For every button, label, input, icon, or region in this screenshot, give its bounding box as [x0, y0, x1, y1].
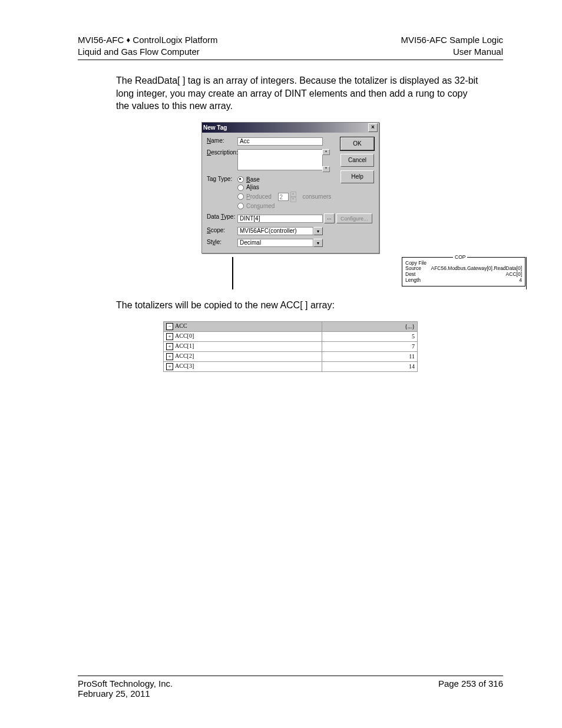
expand-icon[interactable]: +: [166, 333, 173, 340]
hdr-left-platform: ControlLogix Platform: [130, 35, 217, 45]
paragraph-2: The totalizers will be copied to the new…: [116, 299, 481, 312]
scroll-up-icon[interactable]: ▲: [322, 149, 330, 155]
page-footer: ProSoft Technology, Inc. February 25, 20…: [78, 676, 503, 699]
hdr-right-kind: User Manual: [401, 46, 503, 58]
label-name: ame:: [211, 137, 224, 144]
datatype-input[interactable]: DINT[4]: [237, 215, 323, 223]
expand-icon[interactable]: +: [166, 343, 173, 350]
tag-value: 7: [322, 341, 418, 351]
tag-value: 5: [322, 331, 418, 341]
collapse-icon[interactable]: −: [166, 323, 173, 330]
tag-name: ACC[2]: [175, 353, 194, 359]
acc-array-table: −ACC {...} +ACC[0]5 +ACC[1]7 +ACC[2]11 +…: [163, 321, 418, 372]
footer-date: February 25, 2011: [78, 689, 173, 699]
cop-length-value: 4: [519, 278, 522, 284]
footer-rule: [78, 676, 503, 676]
hdr-left-subtitle: Liquid and Gas Flow Computer: [78, 46, 218, 58]
radio-alias[interactable]: [237, 185, 244, 191]
spin-down-icon[interactable]: ▼: [290, 197, 296, 202]
dialog-title: New Tag: [203, 124, 227, 131]
paragraph-1: The ReadData[ ] tag is an array of integ…: [116, 74, 481, 113]
tag-root: ACC: [175, 322, 187, 329]
cop-length-label: Length: [405, 278, 421, 284]
tag-name: ACC[3]: [175, 363, 194, 369]
cop-legend: COP: [453, 254, 467, 260]
tag-root-value: {...}: [322, 321, 418, 331]
expand-icon[interactable]: +: [166, 353, 173, 360]
chevron-down-icon[interactable]: ▼: [313, 227, 323, 235]
radio-consumed[interactable]: [237, 203, 244, 209]
browse-type-button[interactable]: ...: [324, 213, 335, 223]
description-input[interactable]: [237, 149, 323, 170]
header-rule: [78, 60, 503, 60]
hdr-left-product: MVI56-AFC: [78, 35, 127, 45]
consumers-count[interactable]: 2: [278, 193, 289, 201]
dialog-titlebar: New Tag ×: [202, 123, 379, 133]
expand-icon[interactable]: +: [166, 363, 173, 370]
tag-name: ACC[1]: [175, 342, 194, 349]
tag-value: 11: [322, 351, 418, 361]
footer-company: ProSoft Technology, Inc.: [78, 678, 173, 689]
tag-value: 14: [322, 361, 418, 371]
tag-name: ACC[0]: [175, 332, 194, 339]
chevron-down-icon[interactable]: ▼: [313, 239, 323, 247]
help-button[interactable]: Help: [340, 170, 374, 183]
page-header: MVI56-AFC ♦ ControlLogix Platform Liquid…: [78, 34, 503, 57]
ok-button[interactable]: OK: [340, 137, 374, 150]
name-input[interactable]: Acc: [237, 137, 323, 146]
configure-button[interactable]: Configure...: [336, 213, 372, 223]
style-select[interactable]: Decimal: [237, 239, 313, 247]
consumers-suffix: consumers: [302, 193, 331, 201]
close-icon[interactable]: ×: [368, 123, 378, 132]
radio-produced[interactable]: [237, 193, 244, 200]
new-tag-dialog: New Tag × OK Cancel Help Name: Acc Descr…: [201, 122, 379, 254]
scope-select[interactable]: MVI56AFC(controller): [237, 227, 313, 235]
ladder-rung: COP Copy File SourceAFC56.Modbus.Gateway…: [232, 257, 527, 289]
radio-base[interactable]: [237, 176, 244, 183]
footer-page: Page 253 of 316: [438, 678, 503, 699]
scroll-down-icon[interactable]: ▼: [322, 166, 330, 172]
hdr-right-doc: MVI56-AFC Sample Logic: [401, 34, 503, 46]
label-tagtype: Tag Type:: [207, 176, 237, 182]
cancel-button[interactable]: Cancel: [340, 154, 374, 167]
spin-up-icon[interactable]: ▲: [290, 192, 296, 197]
cop-instruction: COP Copy File SourceAFC56.Modbus.Gateway…: [402, 257, 525, 286]
label-description: escription:: [211, 149, 238, 156]
